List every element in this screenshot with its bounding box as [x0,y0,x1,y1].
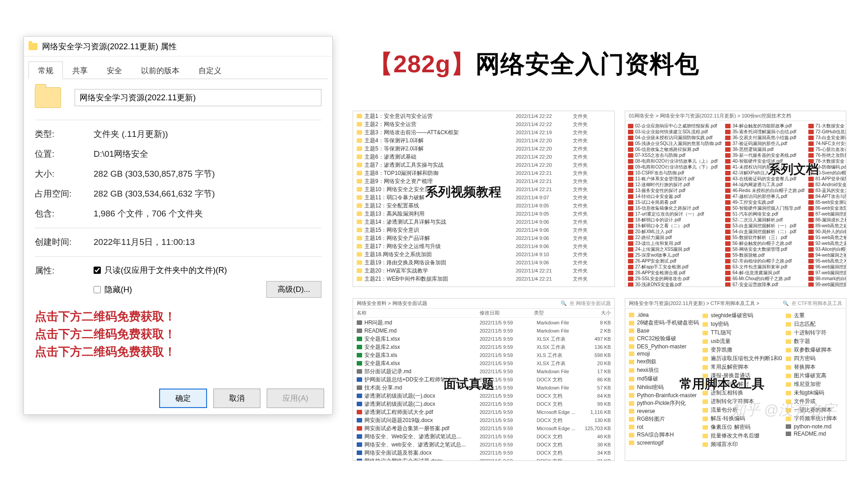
tools-search-placeholder[interactable]: 在 CTF常用脚本及工具 [792,300,842,307]
pdf-item[interactable]: 47-越权访问的那些事儿.pdf [725,193,804,199]
tool-item[interactable]: DES_Python-master [629,343,699,350]
pdf-item[interactable]: 56-解会触发的白帽子之路.pdf [725,240,804,246]
pdf-item[interactable]: 39-新一代服务器的安全基线.pdf [725,152,804,158]
pdf-item[interactable]: 96-web漏洞挖掘之上传漏洞.pdf [808,264,846,270]
pdf-item[interactable]: 51-汽车的网络安全.pdf [725,211,804,217]
tool-item[interactable]: hexii填位 [629,366,699,375]
tool-item[interactable]: README.md [786,430,842,437]
ok-button[interactable]: 确定 [159,389,207,408]
test-row[interactable]: 安全题库4.xlsx2022/11/5 9:59XLSX 工作表20 KB [353,359,614,367]
tool-item[interactable]: 未知gbk编码 [786,389,842,397]
test-row[interactable]: 安全题库1.xlsx2022/11/5 9:59XLSX 工作表497 KB [353,335,614,343]
pdf-item[interactable]: 90-局外人的白帽子之路.pdf [808,229,846,235]
tool-item[interactable]: 像素压位 解密码 [703,423,782,432]
tool-item[interactable]: 批量修改文件名后缀 [703,432,782,440]
test-row[interactable]: 网络安全面试题及答案.docx2022/11/5 9:59DOCX 文档34 K… [353,449,614,457]
test-row[interactable]: HR问题.md2022/11/5 9:59Markdown File8 KB [353,319,614,327]
pdf-item[interactable]: 99-web漏洞挖掘之越权访问漏洞.pdf [808,282,846,287]
tool-item[interactable]: 替换脚本 [786,363,842,371]
pdf-item[interactable]: 46-Redis 未授权的自白帽子之路.pdf [725,188,804,193]
pdf-item[interactable]: 53-白盒漏洞挖掘解析（一）.pdf [725,223,804,229]
tool-item[interactable]: python-Pickle序列化 [629,399,699,408]
pdf-item[interactable]: 49-工控安全实践.pdf [725,199,804,205]
pdf-item[interactable]: 72-GitHub信息泄露.pdf [808,129,846,135]
pdf-item[interactable]: 63-文件包含漏洞和复审.pdf [725,264,804,270]
topic-row[interactable]: 主题1：安全意识与安全运营2022/11/4 22:22文件夹 [353,112,614,120]
tool-item[interactable]: RSA综合脚本H [629,431,699,439]
tool-item[interactable]: usb流量 [703,337,782,346]
topic-row[interactable]: 主题3：网络攻击前沿——ATT&CK框架2022/11/4 22:19文件夹 [353,128,614,136]
pdf-item[interactable]: 09-电商和O2O行业详情故事儿（下）.pdf [628,164,722,170]
tool-item[interactable]: emoji [629,350,699,357]
pdf-item[interactable]: 26-APP安全测试.pdf [628,258,722,264]
pdf-item[interactable]: 11-账户体系安全管理探讨.pdf [628,176,722,182]
pdf-item[interactable]: 19-解弱口令之看（二）.pdf [628,223,722,229]
pdf-item[interactable]: 17-url重定位攻击的探讨（一）.pdf [628,211,722,217]
tools-breadcrumb-bar[interactable]: 网络安全学习资源(2022.11月更新) > CTF常用脚本及工具 > 🔍 在 … [625,299,846,309]
pdf-item[interactable]: 73-白盒安全测试.pdf [808,135,846,141]
topic-row[interactable]: 主题4：等保测评1.0详解2022/11/4 22:20文件夹 [353,136,614,145]
pdf-item[interactable]: 75-心脏出血攻击与防御.pdf [808,146,846,152]
topic-row[interactable]: 主题15：网络安全意识2022/11/4 9:06文件夹 [353,226,614,234]
pdf-item[interactable]: 35-索务托词理解漏洞小总结.pdf [725,129,804,135]
hidden-checkbox[interactable] [94,286,101,293]
pdf-item[interactable]: 50-智能硬件漏洞挖掘入门指导.pdf [725,205,804,211]
col-type[interactable]: 类型 [534,310,584,316]
tests-search-placeholder[interactable]: 在 网络安全面试题 [570,300,611,307]
dialog-titlebar[interactable]: 网络安全学习资源(2022.11更新) 属性 [24,37,332,56]
topic-row[interactable]: 主题18.网络安全之系统加固2022/11/4 9:10文件夹 [353,250,614,258]
pdf-item[interactable]: 87-web漏洞挖掘之协器漏洞挖掘.pdf [808,211,846,217]
pdf-item[interactable]: 66-Mr.Chou的白帽子之路.pdf [725,276,804,282]
pdf-item[interactable]: 05-浅谈企业SQL注入漏洞的危害与防御.pdf [628,141,722,146]
pdf-item[interactable]: 67-安全运营故障事.pdf [725,282,804,287]
advanced-button[interactable]: 高级(D)... [266,281,321,298]
pdf-item[interactable]: 85-web安全测试.pdf [808,199,846,205]
pdf-item[interactable]: 37-验证码漏洞的那些儿.pdf [725,141,804,146]
topic-row[interactable]: 主题16：网络安全产品详解2022/11/4 9:06文件夹 [353,234,614,242]
tool-item[interactable]: TTL隐写 [703,328,782,337]
topic-row[interactable]: 主题5：等保测评2.0详解2022/11/4 22:20文件夹 [353,145,614,153]
tab-share[interactable]: 共享 [63,61,97,79]
topic-row[interactable]: 主题12：安全配置基线2022/11/4 9:05文件夹 [353,202,614,210]
pdf-item[interactable]: 97-web漏洞挖掘之权限建漏洞.pdf [808,270,846,276]
col-date[interactable]: 修改日期 [480,310,534,316]
test-row[interactable]: 网络协议之网络安全面试题.docx2022/11/5 9:59DOCX 文档21… [353,457,614,461]
col-name[interactable]: 名称 [357,310,480,316]
tool-item[interactable]: 十进制转字符 [786,328,842,337]
pdf-item[interactable]: 54-白盒漏洞挖掘解析（二）.pdf [725,229,804,235]
pdf-item[interactable]: 86-web安全攻防之SQL注入.pdf [808,205,846,211]
test-row[interactable]: 网络安全、Web安全、渗透测试笔试总...2022/11/5 9:59DOCX … [353,432,614,441]
topic-row[interactable]: 主题17：网络安全之运维与升级2022/11/4 9:06文件夹 [353,242,614,250]
pdf-item[interactable]: 13-服务安全性的探讨.pdf [628,188,722,193]
test-row[interactable]: 渗透测试初级面试题(一).docx2022/11/5 9:59DOCX 文档84… [353,392,614,400]
tool-item[interactable]: 频域盲水印 [703,440,782,449]
pdf-item[interactable]: 02-企业应急响应中心之威胁情报探索.pdf [628,123,722,129]
test-row[interactable]: 安全题库2.xlsx2022/11/5 9:59XLSX 工作表136 KB [353,343,614,351]
pdf-item[interactable]: 83-蓝风的安全之白帽子之路.pdf [808,188,846,193]
tool-item[interactable]: python-note.md [786,423,842,430]
test-row[interactable]: 网安面试必考题合集第一册答案.pdf2022/11/5 9:59Microsof… [353,424,614,432]
tool-item[interactable]: 数字题 [786,337,842,346]
tool-item[interactable]: 26键盘密码-手机键盘密码 [629,319,699,327]
pdf-item[interactable]: 18-解弱口令的设计.pdf [628,217,722,223]
test-row[interactable]: 渗透测试工程师面试大全.pdf2022/11/5 9:59Microsoft E… [353,408,614,416]
pdf-item[interactable]: 22-路径力漏洞.pdf [628,235,722,240]
pdf-item[interactable]: 89-web高危之建端漏洞挖掘.pdf [808,223,846,229]
pdf-item[interactable]: 30-浅谈DNS安全篇.pdf [628,282,722,287]
pdf-item[interactable]: 44-域内网渗透与工具.pdf [725,182,804,188]
pdf-item[interactable]: 62-常由植绿的白帽子之路.pdf [725,258,804,264]
tool-item[interactable]: 双参数爆破脚本 [786,346,842,354]
tab-security[interactable]: 安全 [97,61,132,79]
pdf-item[interactable]: 03-论企业如何快速建立SDL流程.pdf [628,129,722,135]
test-row[interactable]: 部分面试题记录.md2022/11/5 9:59Markdown File17 … [353,367,614,375]
pdf-item[interactable]: 58-网络安全大数据管理.pdf [725,246,804,252]
tab-custom[interactable]: 自定义 [189,61,231,79]
tab-previous[interactable]: 以前的版本 [132,61,189,79]
tool-item[interactable]: .idea [629,311,699,319]
pdf-item[interactable]: 84-APT攻击与防御.pdf [808,193,846,199]
tool-item[interactable]: Base [629,327,699,334]
tool-item[interactable]: 维尼亚加密 [786,380,842,389]
col-size[interactable]: 大小 [584,310,611,316]
pdf-item[interactable]: 23-读出上传和复用.pdf [628,240,722,246]
tool-item[interactable]: steghide爆破密码 [703,311,782,320]
